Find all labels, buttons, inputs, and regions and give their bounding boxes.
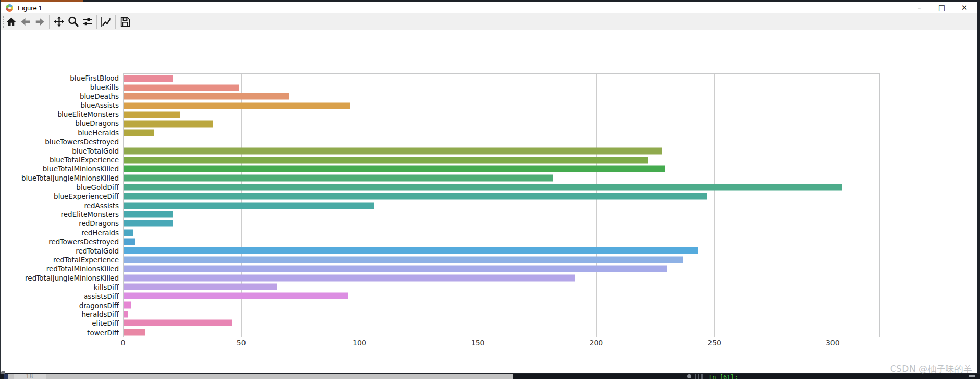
- pan-move-icon: [53, 16, 65, 28]
- console-divider: [695, 374, 696, 379]
- y-tick-label-blueGoldDiff: blueGoldDiff: [76, 183, 119, 191]
- bar-blueTotalMinionsKilled: [124, 166, 665, 172]
- bar-redTotalMinionsKilled: [124, 265, 667, 272]
- y-tick-label-heraldsDiff: heraldsDiff: [82, 310, 119, 318]
- y-tick-label-redAssists: redAssists: [84, 201, 119, 210]
- bar-blueKills: [124, 84, 239, 91]
- bar-blueDragons: [124, 120, 213, 127]
- toolbar-grip-handle[interactable]: [3, 16, 4, 28]
- y-tick-label-redDragons: redDragons: [79, 219, 119, 228]
- y-tick-label-assistsDiff: assistsDiff: [84, 292, 119, 300]
- bar-blueDeaths: [124, 93, 289, 100]
- y-tick-label-redTotalExperience: redTotalExperience: [53, 256, 119, 264]
- pan-button[interactable]: [52, 15, 65, 29]
- bar-blueTotalExperience: [124, 157, 648, 163]
- close-button[interactable]: ✕: [953, 2, 975, 13]
- matplotlib-logo-icon: [6, 4, 13, 12]
- y-tick-label-redTowersDestroyed: redTowersDestroyed: [48, 238, 119, 246]
- y-tick-label-towerDiff: towerDiff: [87, 329, 119, 337]
- x-tick-label: 0: [121, 339, 126, 347]
- bar-redTotalExperience: [124, 257, 683, 263]
- bar-blueFirstBlood: [124, 75, 173, 82]
- y-tick-label-blueTotalMinionsKilled: blueTotalMinionsKilled: [43, 165, 119, 173]
- bar-blueAssists: [124, 103, 350, 109]
- y-tick-label-blueHeralds: blueHeralds: [78, 129, 119, 137]
- bar-redEliteMonsters: [124, 211, 173, 218]
- y-tick-label-dragonsDiff: dragonsDiff: [79, 301, 119, 310]
- bar-redTowersDestroyed: [124, 238, 135, 245]
- y-tick-label-redTotalJungleMinionsKilled: redTotalJungleMinionsKilled: [25, 274, 119, 282]
- background-status-strip: 18 In [61]:: [0, 374, 980, 379]
- x-tick-label: 100: [353, 339, 366, 347]
- y-tick-label-eliteDiff: eliteDiff: [92, 319, 119, 327]
- y-tick-label-blueAssists: blueAssists: [80, 101, 119, 109]
- bar-blueHeralds: [124, 130, 154, 136]
- bar-heraldsDiff: [124, 311, 128, 317]
- window-controls: – □ ✕: [908, 2, 975, 13]
- bar-redTotalJungleMinionsKilled: [124, 274, 575, 281]
- x-tick-label: 300: [826, 339, 840, 347]
- y-axis-labels: blueFirstBloodblueKillsblueDeathsblueAss…: [0, 73, 121, 337]
- bar-redDragons: [124, 220, 173, 227]
- x-tick-label: 200: [590, 339, 603, 347]
- home-button[interactable]: [5, 15, 18, 29]
- toolbar-separator: [49, 15, 50, 29]
- edit-curves-button[interactable]: [100, 15, 113, 29]
- forward-button[interactable]: [33, 15, 46, 29]
- zoom-button[interactable]: [66, 15, 80, 29]
- y-tick-label-blueTowersDestroyed: blueTowersDestroyed: [45, 138, 119, 146]
- bar-dragonsDiff: [124, 301, 131, 308]
- sliders-icon: [82, 16, 93, 28]
- gridline: [596, 74, 597, 337]
- y-tick-label-redEliteMonsters: redEliteMonsters: [61, 210, 119, 218]
- console-divider: [698, 374, 699, 379]
- x-tick-label: 50: [237, 339, 246, 347]
- forward-arrow-icon: [34, 16, 45, 28]
- gridline: [478, 74, 478, 337]
- bar-towerDiff: [124, 329, 145, 336]
- console-icon: [687, 374, 691, 378]
- x-tick-label: 250: [707, 339, 721, 347]
- bar-blueTotalJungleMinionsKilled: [124, 175, 553, 182]
- home-icon: [6, 16, 17, 28]
- console-divider: [701, 374, 703, 379]
- back-button[interactable]: [19, 15, 32, 29]
- save-floppy-icon: [119, 16, 131, 28]
- toolbar: [1, 13, 977, 30]
- gridline: [832, 74, 832, 337]
- x-axis-tick-labels: 050100150200250300: [123, 339, 880, 349]
- line-chart-icon: [100, 16, 112, 28]
- bar-blueEliteMonsters: [124, 111, 180, 118]
- screen: Figure 1 – □ ✕: [0, 0, 980, 379]
- bar-eliteDiff: [124, 320, 232, 326]
- bar-blueTotalGold: [124, 147, 662, 154]
- window-title: Figure 1: [18, 4, 42, 12]
- bar-redHeralds: [124, 229, 133, 236]
- gridline: [714, 74, 715, 337]
- y-tick-label-redTotalGold: redTotalGold: [76, 247, 119, 255]
- y-tick-label-blueFirstBlood: blueFirstBlood: [70, 74, 119, 82]
- bar-killsDiff: [124, 284, 277, 290]
- y-tick-label-redTotalMinionsKilled: redTotalMinionsKilled: [46, 265, 119, 273]
- minimize-button[interactable]: –: [908, 2, 930, 13]
- back-arrow-icon: [20, 16, 31, 28]
- y-tick-label-blueDragons: blueDragons: [75, 119, 119, 128]
- editor-line-number: 18: [26, 374, 33, 379]
- y-tick-label-redHeralds: redHeralds: [81, 229, 119, 237]
- console-prompt: In [61]:: [708, 374, 738, 379]
- save-button[interactable]: [118, 15, 132, 29]
- y-tick-label-blueExperienceDiff: blueExperienceDiff: [54, 192, 119, 200]
- toolbar-separator: [96, 15, 97, 29]
- console-scroll-dash: [969, 375, 975, 377]
- y-tick-label-blueEliteMonsters: blueEliteMonsters: [58, 110, 119, 118]
- configure-subplots-button[interactable]: [81, 15, 94, 29]
- toolbar-separator: [115, 15, 116, 29]
- plot-area: [123, 73, 880, 337]
- bar-blueExperienceDiff: [124, 193, 707, 199]
- bar-redAssists: [124, 202, 374, 209]
- titlebar[interactable]: Figure 1 – □ ✕: [1, 2, 977, 13]
- bar-assistsDiff: [124, 293, 348, 299]
- editor-glyph: [4, 374, 8, 379]
- maximize-button[interactable]: □: [930, 2, 953, 13]
- bar-blueGoldDiff: [124, 184, 842, 190]
